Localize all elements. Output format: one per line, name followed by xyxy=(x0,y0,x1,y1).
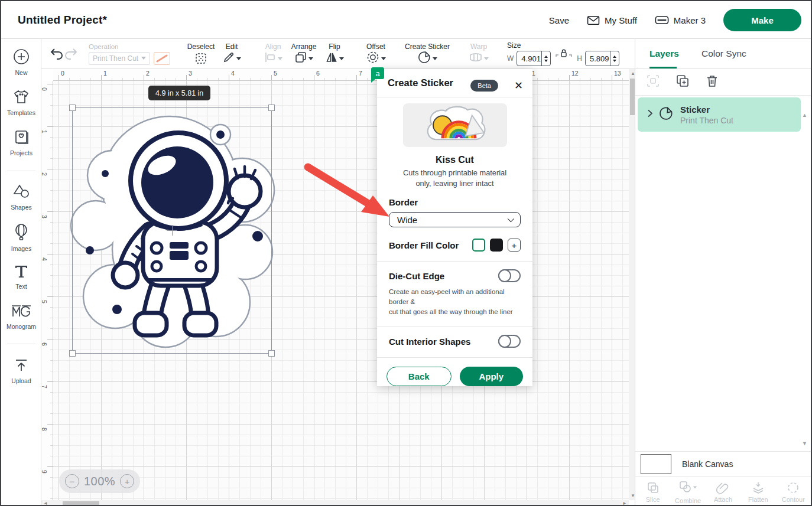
horizontal-scroll-thumb[interactable] xyxy=(63,501,99,506)
warp-icon xyxy=(469,52,482,65)
white-color-swatch[interactable] xyxy=(472,239,485,252)
trash-icon[interactable] xyxy=(705,74,719,90)
border-fill-color-label: Border Fill Color xyxy=(389,240,459,250)
sidebar-divider xyxy=(7,344,35,344)
duplicate-button[interactable] xyxy=(675,74,690,90)
redo-button[interactable] xyxy=(64,44,78,64)
height-input[interactable]: 5.809 xyxy=(585,51,619,66)
save-button[interactable]: Save xyxy=(549,15,569,25)
selection-handle[interactable] xyxy=(69,350,76,357)
layers-panel: Layers Color Sync xyxy=(635,39,811,505)
add-color-button[interactable]: + xyxy=(508,239,521,252)
selection-handle[interactable] xyxy=(268,105,275,111)
cut-interior-shapes-toggle[interactable] xyxy=(498,335,521,348)
tab-layers[interactable]: Layers xyxy=(649,48,679,59)
sidebar-item-text[interactable]: Text xyxy=(1,263,41,290)
chevron-right-icon[interactable] xyxy=(647,109,653,120)
design-canvas[interactable]: 0 1 2 3 4 5 6 7 8 9 10 11 12 13 0 1 2 3 … xyxy=(41,69,637,506)
offset-button[interactable]: Offset xyxy=(360,43,391,65)
close-icon[interactable]: ✕ xyxy=(514,79,523,92)
sidebar-item-templates[interactable]: Templates xyxy=(1,89,41,116)
border-fill-color-row: Border Fill Color + xyxy=(389,239,521,252)
selection-center-crosshair xyxy=(167,225,177,236)
scroll-left-arrow[interactable]: ◄ xyxy=(43,501,48,506)
linetype-swatch[interactable] xyxy=(154,52,170,65)
black-color-swatch[interactable] xyxy=(490,239,503,252)
selection-handle[interactable] xyxy=(268,350,275,357)
layer-list: Sticker Print Then Cut ▲ ▼ xyxy=(635,96,811,451)
sidebar-item-shapes[interactable]: Shapes xyxy=(1,183,41,211)
selection-handle[interactable] xyxy=(69,105,76,111)
slice-button[interactable]: Slice xyxy=(635,476,670,506)
sidebar-item-projects[interactable]: Projects xyxy=(1,129,41,156)
align-icon xyxy=(264,52,276,65)
layer-operation: Print Then Cut xyxy=(680,116,733,125)
my-stuff-button[interactable]: My Stuff xyxy=(587,15,637,25)
width-stepper[interactable] xyxy=(541,51,550,66)
back-button[interactable]: Back xyxy=(386,367,452,386)
layer-name: Sticker xyxy=(680,105,733,115)
die-cut-edge-toggle[interactable] xyxy=(498,269,521,282)
attach-button[interactable]: Attach xyxy=(706,476,740,506)
layer-item-sticker[interactable]: Sticker Print Then Cut xyxy=(638,97,801,132)
monogram-icon xyxy=(11,303,31,319)
zoom-out-button[interactable]: − xyxy=(65,474,79,488)
layers-tabs: Layers Color Sync xyxy=(635,39,811,69)
height-stepper[interactable] xyxy=(610,51,619,66)
deselect-button[interactable]: Deselect xyxy=(186,43,216,65)
border-select[interactable]: Wide xyxy=(389,212,521,227)
chevron-down-icon xyxy=(433,57,437,60)
width-input[interactable]: 4.901 xyxy=(517,51,551,66)
die-cut-edge-description: Create an easy-peel with an additional b… xyxy=(389,287,521,317)
left-sidebar: New Templates Projects Shapes Images xyxy=(1,39,41,505)
scroll-right-arrow[interactable]: ► xyxy=(622,501,627,506)
tshirt-icon xyxy=(12,89,30,105)
contour-button[interactable]: Contour xyxy=(776,476,811,506)
text-icon xyxy=(14,263,29,279)
warp-button[interactable]: Warp xyxy=(463,43,494,65)
canvas-a-marker: a xyxy=(371,67,384,81)
size-tooltip: 4.9 in x 5.81 in xyxy=(148,86,210,100)
operation-select[interactable]: Print Then Cut xyxy=(89,52,150,65)
group-button[interactable] xyxy=(646,74,660,90)
envelope-icon xyxy=(587,15,600,25)
edit-button[interactable]: Edit xyxy=(216,43,247,65)
size-group: Size W 4.901 H 5.809 xyxy=(507,41,619,66)
deselect-icon xyxy=(194,52,207,65)
scroll-down-arrow[interactable]: ▼ xyxy=(802,440,807,446)
beta-badge: Beta xyxy=(470,80,498,92)
zoom-level: 100% xyxy=(84,475,115,488)
chevron-down-icon xyxy=(141,57,146,60)
apply-button[interactable]: Apply xyxy=(460,367,524,386)
machine-selector[interactable]: Maker 3 xyxy=(655,15,706,25)
combine-button[interactable]: Combine xyxy=(670,476,705,506)
create-sticker-panel: Create Sticker Beta ✕ Kiss Cut Cu xyxy=(377,69,532,386)
sidebar-item-upload[interactable]: Upload xyxy=(1,357,41,384)
tab-color-sync[interactable]: Color Sync xyxy=(701,48,746,59)
scroll-up-arrow[interactable]: ▲ xyxy=(802,112,807,118)
sidebar-divider xyxy=(7,171,35,171)
zoom-in-button[interactable]: + xyxy=(120,474,134,488)
lock-icon[interactable] xyxy=(555,47,573,60)
canvas-horizontal-scrollbar[interactable]: ◄ ► xyxy=(41,500,629,506)
upload-icon xyxy=(13,357,30,373)
undo-button[interactable] xyxy=(50,44,64,64)
project-title[interactable]: Untitled Project* xyxy=(18,14,107,27)
panel-header: Create Sticker Beta ✕ xyxy=(377,69,532,97)
chevron-down-icon xyxy=(339,57,344,60)
make-button[interactable]: Make xyxy=(723,9,801,31)
panel-divider xyxy=(377,327,532,327)
new-icon xyxy=(13,48,30,65)
flatten-button[interactable]: Flatten xyxy=(740,476,775,506)
arrange-button[interactable]: Arrange xyxy=(288,43,319,65)
sidebar-item-new[interactable]: New xyxy=(1,48,41,76)
create-sticker-button[interactable]: Create Sticker xyxy=(402,43,453,65)
flip-button[interactable]: Flip xyxy=(319,43,350,65)
blank-canvas-swatch[interactable] xyxy=(641,454,671,474)
align-button[interactable]: Align xyxy=(258,43,288,65)
offset-icon xyxy=(366,51,379,66)
sidebar-item-images[interactable]: Images xyxy=(1,223,41,252)
sidebar-item-monogram[interactable]: Monogram xyxy=(1,303,41,330)
chevron-down-icon xyxy=(484,57,489,60)
width-label: W xyxy=(507,54,514,63)
